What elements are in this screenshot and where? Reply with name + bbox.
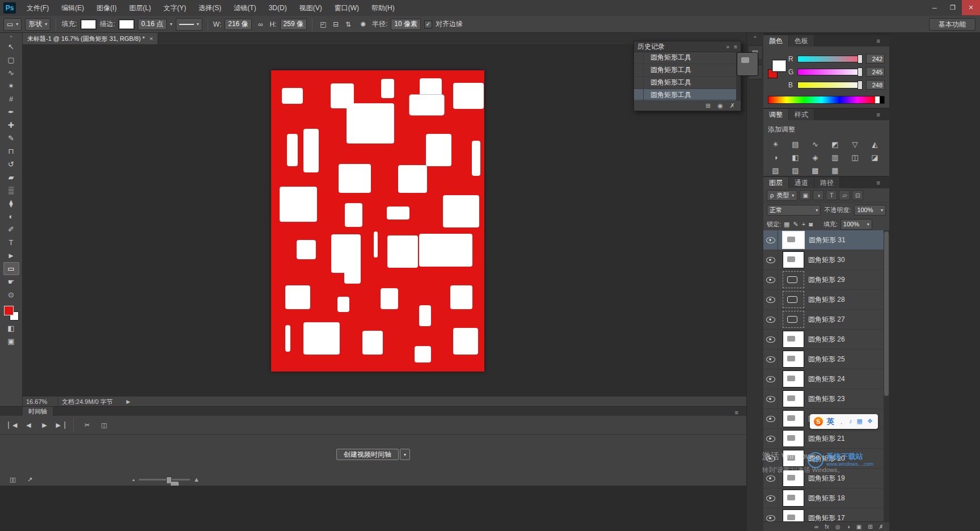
link-layers-icon[interactable]: ∞ xyxy=(814,524,818,530)
brightness-contrast-icon[interactable]: ☀ xyxy=(766,138,785,151)
stroke-style-dropdown[interactable]: ▾ xyxy=(176,18,202,31)
black-white-icon[interactable]: ◧ xyxy=(785,151,805,164)
layer-thumbnail[interactable] xyxy=(783,450,804,467)
ime-punctuation-icon[interactable]: ， xyxy=(838,418,844,426)
channel-mixer-icon[interactable]: ▥ xyxy=(825,151,845,164)
vibrance-icon[interactable]: ▽ xyxy=(845,138,865,151)
eyedropper-tool[interactable]: ✒ xyxy=(3,106,19,119)
menu-item[interactable]: 窗口(W) xyxy=(328,0,365,16)
panel-tab[interactable]: 样式 xyxy=(789,109,814,120)
ime-keyboard-icon[interactable]: ▦ xyxy=(857,418,863,426)
layer-thumbnail[interactable] xyxy=(783,311,804,328)
layer-row[interactable]: 圆角矩形 21 xyxy=(763,429,884,449)
layers-scrollbar[interactable] xyxy=(884,230,889,522)
visibility-toggle[interactable] xyxy=(763,508,778,522)
eraser-tool[interactable]: ▰ xyxy=(3,171,19,184)
next-frame-icon[interactable]: ▶▕ xyxy=(54,420,66,430)
foreground-color-swatch[interactable] xyxy=(4,306,14,315)
blend-mode-dropdown[interactable]: 正常 ▾ xyxy=(767,205,821,216)
layer-filter-dropdown[interactable]: ρ 类型 ▾ xyxy=(767,190,797,201)
play-icon[interactable]: ▶ xyxy=(39,420,50,430)
timeline-tab[interactable]: 时间轴 xyxy=(23,407,53,416)
ime-toolbox-icon[interactable]: ❖ xyxy=(867,418,873,426)
layer-row[interactable]: 圆角矩形 27 xyxy=(763,310,884,330)
first-frame-icon[interactable]: ▏◀ xyxy=(7,420,18,430)
clone-stamp-tool[interactable]: ⊓ xyxy=(3,145,19,158)
layer-row[interactable]: 圆角矩形 20 xyxy=(763,449,884,469)
path-align-icon[interactable]: ⊟ xyxy=(330,19,341,30)
channel-slider[interactable] xyxy=(797,69,863,75)
layer-row[interactable]: 圆角矩形 19 xyxy=(763,469,884,488)
zoom-slider-thumb[interactable] xyxy=(166,477,172,484)
visibility-toggle[interactable] xyxy=(763,349,778,369)
channel-slider[interactable] xyxy=(797,56,863,62)
gradient-map-icon[interactable]: ▩ xyxy=(805,164,825,177)
new-snapshot-icon[interactable]: ◉ xyxy=(717,102,723,109)
zoom-out-icon[interactable]: ▲ xyxy=(132,478,136,482)
layer-group-icon[interactable]: ▣ xyxy=(856,524,861,530)
workspace-switcher[interactable]: 基本功能 xyxy=(929,18,975,31)
color-spectrum-bar[interactable] xyxy=(768,96,885,104)
lock-position-icon[interactable]: + xyxy=(802,221,805,228)
layer-thumbnail[interactable] xyxy=(783,351,804,368)
history-state[interactable]: 圆角矩形工具 xyxy=(634,77,736,89)
menu-item[interactable]: 文字(Y) xyxy=(157,0,192,16)
channel-value-field[interactable]: 248 xyxy=(866,80,885,90)
toolbar-collapse-icon[interactable]: » xyxy=(0,33,22,40)
history-source-checkbox[interactable] xyxy=(634,89,644,101)
layer-thumbnail[interactable] xyxy=(783,271,804,288)
hue-saturation-icon[interactable]: ◭ xyxy=(865,138,885,151)
filter-shape-layers-icon[interactable]: ▱ xyxy=(839,190,850,200)
zoom-in-icon[interactable]: ▲ xyxy=(193,476,200,483)
link-dimensions-icon[interactable]: ∞ xyxy=(255,19,267,30)
delete-layer-icon[interactable]: ✗ xyxy=(879,524,884,530)
threshold-icon[interactable]: ▨ xyxy=(785,164,805,177)
panel-tab[interactable]: 调整 xyxy=(763,109,789,120)
panel-menu-icon[interactable]: ≡ xyxy=(877,111,880,118)
blur-tool[interactable]: ⧫ xyxy=(3,197,19,210)
photo-filter-icon[interactable]: ◈ xyxy=(805,151,825,164)
foreground-color-swatch[interactable] xyxy=(772,60,786,71)
collapse-panel-icon[interactable]: » xyxy=(726,44,730,50)
levels-icon[interactable]: ▤ xyxy=(785,138,805,151)
color-balance-icon[interactable]: ◑ xyxy=(766,151,785,164)
radius-input[interactable]: 10 像素 xyxy=(391,19,421,30)
menu-item[interactable]: 编辑(E) xyxy=(55,0,90,16)
filter-pixel-layers-icon[interactable]: ▣ xyxy=(800,190,811,200)
dodge-tool[interactable]: ◐ xyxy=(3,210,19,223)
layer-thumbnail[interactable] xyxy=(783,390,804,407)
visibility-toggle[interactable] xyxy=(763,488,778,508)
layer-thumbnail[interactable] xyxy=(783,331,804,348)
layer-row[interactable]: 圆角矩形 24 xyxy=(763,369,884,389)
lasso-tool[interactable]: ∿ xyxy=(3,66,19,79)
document-tab[interactable]: 未标题-1 @ 16.7% (圆角矩形 31, RGB/8) * × xyxy=(23,33,158,44)
ime-mic-icon[interactable]: ♪ xyxy=(849,418,852,426)
visibility-toggle[interactable] xyxy=(763,389,778,408)
export-timeline-icon[interactable]: ↗ xyxy=(24,474,35,484)
layer-row[interactable]: 圆角矩形 23 xyxy=(763,389,884,409)
transition-icon[interactable]: ◫ xyxy=(98,420,109,430)
visibility-toggle[interactable] xyxy=(763,250,778,269)
zoom-slider[interactable] xyxy=(139,479,190,481)
slider-thumb[interactable] xyxy=(858,68,863,77)
visibility-toggle[interactable] xyxy=(763,409,778,428)
menu-item[interactable]: 图像(I) xyxy=(90,0,122,16)
layer-row[interactable]: 圆角矩形 29 xyxy=(763,270,884,290)
create-timeline-dropdown[interactable]: ▾ xyxy=(400,449,410,460)
layer-thumbnail[interactable] xyxy=(783,370,804,387)
document-canvas[interactable] xyxy=(271,70,484,372)
layer-thumbnail[interactable] xyxy=(783,410,804,427)
status-options-arrow-icon[interactable]: ▶ xyxy=(126,399,130,404)
new-doc-from-state-icon[interactable]: ⊞ xyxy=(706,102,711,109)
layer-thumbnail[interactable] xyxy=(783,509,804,522)
tool-mode-dropdown[interactable]: 形状 ▾ xyxy=(25,18,50,31)
path-arrange-icon[interactable]: ⇅ xyxy=(343,19,354,30)
slider-thumb[interactable] xyxy=(858,81,863,90)
lock-pixels-icon[interactable]: ✎ xyxy=(793,221,798,228)
exposure-icon[interactable]: ◩ xyxy=(825,138,845,151)
history-source-checkbox[interactable] xyxy=(634,52,644,64)
restore-button[interactable]: ❐ xyxy=(944,0,962,15)
stroke-color-swatch[interactable] xyxy=(119,19,134,30)
panel-tab[interactable]: 路径 xyxy=(814,177,840,188)
history-source-checkbox[interactable] xyxy=(634,77,644,88)
